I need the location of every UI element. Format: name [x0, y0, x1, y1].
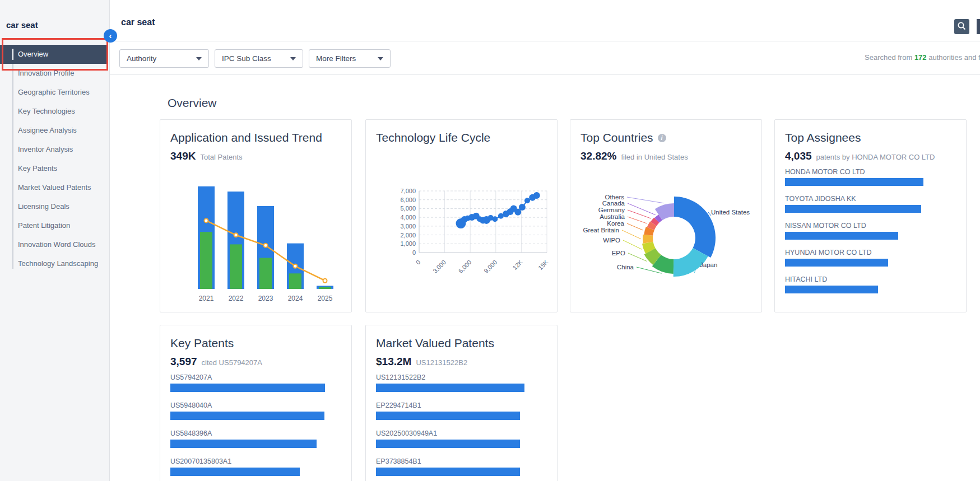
- card-title: Technology Life Cycle: [376, 131, 490, 144]
- list-item[interactable]: US5948040A: [170, 401, 341, 420]
- chevron-down-icon: [290, 57, 296, 60]
- item-bar: [785, 232, 898, 240]
- list-item[interactable]: NISSAN MOTOR CO LTD: [785, 222, 956, 240]
- svg-text:Australia: Australia: [600, 213, 625, 220]
- sidebar-item-inventor-analysis[interactable]: Inventor Analysis: [0, 140, 109, 159]
- sidebar-item-licensing-deals[interactable]: Licensing Deals: [0, 197, 109, 216]
- svg-text:3,000: 3,000: [431, 259, 447, 274]
- list-item[interactable]: HITACHI LTD: [785, 275, 956, 293]
- svg-text:2022: 2022: [229, 295, 244, 302]
- sidebar-item-key-technologies[interactable]: Key Technologies: [0, 102, 109, 121]
- item-bar: [170, 468, 300, 476]
- list-item[interactable]: HONDA MOTOR CO LTD: [785, 168, 956, 186]
- svg-text:3,000: 3,000: [400, 223, 416, 230]
- chevron-down-icon: [196, 57, 202, 60]
- search-summary: Searched from 172 authorities and fou: [865, 53, 980, 62]
- card-title: Market Valued Patents: [376, 337, 494, 350]
- sidebar-item-key-patents[interactable]: Key Patents: [0, 159, 109, 178]
- card-stat: 32.82%filed in United States: [580, 150, 688, 162]
- item-label: US20070135803A1: [170, 457, 341, 465]
- sidebar-item-market-valued-patents[interactable]: Market Valued Patents: [0, 178, 109, 197]
- page-title: car seat: [121, 17, 155, 27]
- sidebar-item-innovation-word-clouds[interactable]: Innovation Word Clouds: [0, 235, 109, 254]
- svg-text:Japan: Japan: [700, 261, 717, 268]
- sidebar-item-innovation-profile[interactable]: Innovation Profile: [0, 64, 109, 83]
- search-button[interactable]: [954, 19, 969, 34]
- card-top-countries: Top Countriesi 32.82%filed in United Sta…: [570, 119, 762, 312]
- authority-count: 172: [914, 53, 927, 62]
- sidebar-search-title: car seat: [6, 20, 38, 30]
- item-label: EP2294714B1: [376, 401, 547, 409]
- clipped-edge-button[interactable]: [977, 19, 980, 34]
- more-filters-dropdown[interactable]: More Filters: [309, 49, 391, 68]
- main-area: car seat Authority IPC Sub Class More Fi…: [110, 0, 980, 481]
- svg-text:1,000: 1,000: [400, 240, 416, 247]
- card-title: Top Countriesi: [580, 131, 666, 144]
- sidebar-item-overview[interactable]: Overview: [0, 45, 107, 64]
- item-label: NISSAN MOTOR CO LTD: [785, 222, 956, 230]
- svg-text:15K: 15K: [537, 258, 550, 271]
- info-icon[interactable]: i: [658, 134, 666, 142]
- sidebar: car seat Overview Innovation Profile Geo…: [0, 0, 110, 481]
- svg-text:2025: 2025: [318, 295, 333, 302]
- application-issued-trend-chart[interactable]: 20212022202320242025: [162, 172, 350, 303]
- item-label: HYUNDAI MOTOR CO LTD: [785, 249, 956, 256]
- card-stat: $13.2MUS12131522B2: [376, 356, 467, 368]
- svg-text:2,000: 2,000: [400, 232, 416, 239]
- item-label: US5948040A: [170, 401, 341, 409]
- search-icon: [957, 21, 967, 31]
- list-item[interactable]: TOYOTA JIDOSHA KK: [785, 195, 956, 213]
- svg-text:0: 0: [415, 259, 422, 266]
- technology-life-cycle-chart[interactable]: 03,0006,0009,00012K15K01,0002,0003,0004,…: [376, 178, 552, 306]
- item-bar: [376, 440, 520, 448]
- svg-text:6,000: 6,000: [457, 259, 473, 274]
- top-countries-donut-chart[interactable]: United StatesJapanChinaEPOWIPOGreat Brit…: [570, 164, 763, 334]
- list-item[interactable]: US5848396A: [170, 429, 341, 448]
- list-item[interactable]: EP3738854B1: [376, 457, 547, 476]
- svg-text:Others: Others: [605, 194, 624, 200]
- item-bar: [785, 178, 923, 186]
- section-title: Overview: [168, 96, 217, 110]
- sidebar-item-patent-litigation[interactable]: Patent Litigation: [0, 216, 109, 235]
- svg-text:9,000: 9,000: [482, 259, 498, 274]
- item-bar: [785, 286, 878, 293]
- svg-text:Canada: Canada: [602, 200, 625, 207]
- ipc-subclass-filter-dropdown[interactable]: IPC Sub Class: [215, 49, 303, 68]
- card-stat: 349KTotal Patents: [170, 150, 243, 162]
- item-bar: [170, 412, 324, 420]
- svg-text:0: 0: [412, 249, 416, 256]
- sidebar-item-assignee-analysis[interactable]: Assignee Analysis: [0, 121, 109, 140]
- svg-text:12K: 12K: [511, 258, 524, 271]
- card-title: Key Patents: [170, 337, 234, 350]
- dashboard-content: Overview Application and Issued Trend 34…: [110, 75, 980, 481]
- authority-filter-dropdown[interactable]: Authority: [119, 49, 209, 68]
- collapse-sidebar-button[interactable]: ‹: [104, 29, 117, 43]
- sidebar-nav: Overview Innovation Profile Geographic T…: [0, 45, 109, 273]
- svg-text:Germany: Germany: [598, 207, 625, 213]
- list-item[interactable]: US5794207A: [170, 373, 341, 392]
- svg-text:2021: 2021: [199, 295, 214, 302]
- list-item[interactable]: US20250030949A1: [376, 429, 547, 448]
- list-item[interactable]: US20070135803A1: [170, 457, 341, 476]
- svg-text:EPO: EPO: [612, 250, 625, 256]
- item-label: EP3738854B1: [376, 457, 547, 465]
- card-market-valued-patents: Market Valued Patents $13.2MUS12131522B2…: [365, 325, 558, 481]
- list-item[interactable]: HYUNDAI MOTOR CO LTD: [785, 249, 956, 267]
- svg-text:Great Britain: Great Britain: [583, 227, 619, 234]
- item-bar: [376, 468, 520, 476]
- list-item[interactable]: US12131522B2: [376, 373, 547, 392]
- item-bar: [785, 259, 888, 267]
- card-title: Application and Issued Trend: [170, 131, 322, 144]
- svg-text:2024: 2024: [288, 295, 303, 302]
- list-item[interactable]: EP2294714B1: [376, 401, 547, 420]
- top-bar: car seat: [110, 0, 980, 41]
- market-valued-patents-bar-list: US12131522B2EP2294714B1US20250030949A1EP…: [376, 373, 547, 481]
- sidebar-item-geographic-territories[interactable]: Geographic Territories: [0, 83, 109, 102]
- item-label: TOYOTA JIDOSHA KK: [785, 195, 956, 203]
- item-label: US5794207A: [170, 373, 341, 381]
- card-key-patents: Key Patents 3,597cited US5794207A US5794…: [160, 325, 352, 481]
- sidebar-item-technology-landscaping[interactable]: Technology Landscaping: [0, 254, 109, 273]
- chevron-down-icon: [378, 57, 383, 60]
- item-bar: [170, 384, 325, 392]
- svg-text:2023: 2023: [258, 295, 273, 302]
